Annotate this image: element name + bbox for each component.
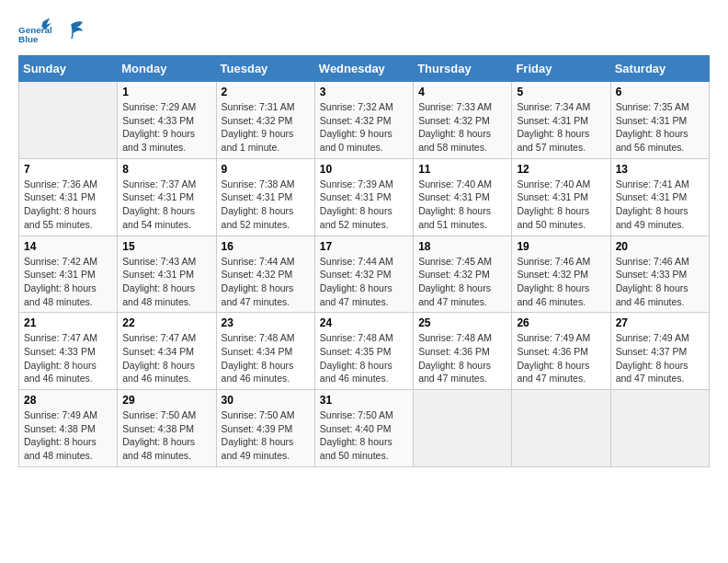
day-info: Sunrise: 7:35 AMSunset: 4:31 PMDaylight:… [616,100,704,155]
day-number: 14 [24,240,112,253]
day-of-week-wednesday: Wednesday [314,56,413,82]
day-info: Sunrise: 7:49 AMSunset: 4:38 PMDaylight:… [24,408,112,463]
calendar-header-row: SundayMondayTuesdayWednesdayThursdayFrid… [19,56,710,82]
day-info: Sunrise: 7:50 AMSunset: 4:40 PMDaylight:… [320,408,408,463]
calendar-cell: 17Sunrise: 7:44 AMSunset: 4:32 PMDayligh… [314,236,413,313]
day-of-week-saturday: Saturday [610,56,709,82]
day-info: Sunrise: 7:40 AMSunset: 4:31 PMDaylight:… [418,178,506,232]
calendar-cell: 19Sunrise: 7:46 AMSunset: 4:32 PMDayligh… [512,236,610,313]
day-of-week-tuesday: Tuesday [216,56,314,82]
calendar-cell: 14Sunrise: 7:42 AMSunset: 4:31 PMDayligh… [19,236,118,313]
day-info: Sunrise: 7:48 AMSunset: 4:36 PMDaylight:… [418,331,506,385]
calendar-cell: 26Sunrise: 7:49 AMSunset: 4:36 PMDayligh… [512,313,610,390]
calendar-cell: 22Sunrise: 7:47 AMSunset: 4:34 PMDayligh… [118,313,216,390]
day-number: 2 [222,86,310,98]
day-number: 18 [418,240,506,253]
calendar-cell: 18Sunrise: 7:45 AMSunset: 4:32 PMDayligh… [414,236,512,313]
calendar-cell: 11Sunrise: 7:40 AMSunset: 4:31 PMDayligh… [414,158,512,236]
week-row-4: 21Sunrise: 7:47 AMSunset: 4:33 PMDayligh… [19,313,710,390]
day-info: Sunrise: 7:44 AMSunset: 4:32 PMDaylight:… [222,255,310,309]
calendar-cell [414,390,512,467]
day-number: 7 [24,163,112,176]
day-of-week-monday: Monday [118,56,216,82]
day-info: Sunrise: 7:37 AMSunset: 4:31 PMDaylight:… [122,178,210,232]
calendar-cell [512,390,610,467]
day-number: 29 [122,394,210,407]
day-number: 10 [320,163,408,176]
day-info: Sunrise: 7:34 AMSunset: 4:31 PMDaylight:… [517,100,605,155]
calendar-cell: 4Sunrise: 7:33 AMSunset: 4:32 PMDaylight… [414,82,512,159]
day-info: Sunrise: 7:29 AMSunset: 4:33 PMDaylight:… [122,100,210,155]
day-of-week-sunday: Sunday [19,56,118,82]
week-row-3: 14Sunrise: 7:42 AMSunset: 4:31 PMDayligh… [19,236,710,313]
day-number: 28 [24,394,112,407]
day-number: 31 [320,394,408,407]
header: General Blue [18,15,710,48]
day-number: 11 [418,163,506,176]
day-number: 13 [616,163,704,176]
day-info: Sunrise: 7:38 AMSunset: 4:31 PMDaylight:… [222,178,310,232]
day-info: Sunrise: 7:44 AMSunset: 4:32 PMDaylight:… [320,255,408,309]
day-info: Sunrise: 7:31 AMSunset: 4:32 PMDaylight:… [222,100,310,155]
day-number: 17 [320,240,408,253]
calendar-cell: 15Sunrise: 7:43 AMSunset: 4:31 PMDayligh… [118,236,216,313]
day-info: Sunrise: 7:33 AMSunset: 4:32 PMDaylight:… [418,100,506,155]
day-number: 25 [418,316,506,329]
day-number: 26 [517,316,605,329]
logo: General Blue [18,15,85,48]
calendar-cell [610,390,709,467]
calendar-cell: 2Sunrise: 7:31 AMSunset: 4:32 PMDaylight… [216,82,314,159]
calendar-cell: 7Sunrise: 7:36 AMSunset: 4:31 PMDaylight… [19,158,118,236]
day-info: Sunrise: 7:46 AMSunset: 4:32 PMDaylight:… [517,255,605,309]
day-info: Sunrise: 7:39 AMSunset: 4:31 PMDaylight:… [320,178,408,232]
calendar-cell: 5Sunrise: 7:34 AMSunset: 4:31 PMDaylight… [512,82,610,159]
day-info: Sunrise: 7:45 AMSunset: 4:32 PMDaylight:… [418,255,506,309]
calendar-cell: 8Sunrise: 7:37 AMSunset: 4:31 PMDaylight… [118,158,216,236]
day-info: Sunrise: 7:50 AMSunset: 4:38 PMDaylight:… [122,408,210,463]
day-number: 16 [222,240,310,253]
day-info: Sunrise: 7:36 AMSunset: 4:31 PMDaylight:… [24,178,112,232]
day-number: 1 [122,86,210,98]
day-number: 19 [517,240,605,253]
week-row-1: 1Sunrise: 7:29 AMSunset: 4:33 PMDaylight… [19,82,710,159]
calendar-cell [19,82,118,159]
day-info: Sunrise: 7:46 AMSunset: 4:33 PMDaylight:… [616,255,704,309]
calendar-cell: 13Sunrise: 7:41 AMSunset: 4:31 PMDayligh… [610,158,709,236]
day-number: 23 [222,316,310,329]
day-info: Sunrise: 7:49 AMSunset: 4:36 PMDaylight:… [517,331,605,385]
day-info: Sunrise: 7:41 AMSunset: 4:31 PMDaylight:… [616,178,704,232]
day-info: Sunrise: 7:47 AMSunset: 4:34 PMDaylight:… [122,331,210,385]
logo-icon: General Blue [18,15,51,48]
day-info: Sunrise: 7:32 AMSunset: 4:32 PMDaylight:… [320,100,408,155]
calendar-cell: 16Sunrise: 7:44 AMSunset: 4:32 PMDayligh… [216,236,314,313]
day-number: 22 [122,316,210,329]
calendar-cell: 31Sunrise: 7:50 AMSunset: 4:40 PMDayligh… [314,390,413,467]
day-number: 5 [517,86,605,98]
day-number: 24 [320,316,408,329]
day-info: Sunrise: 7:48 AMSunset: 4:34 PMDaylight:… [222,331,310,385]
day-number: 27 [616,316,704,329]
calendar-cell: 9Sunrise: 7:38 AMSunset: 4:31 PMDaylight… [216,158,314,236]
day-number: 3 [320,86,408,98]
day-info: Sunrise: 7:50 AMSunset: 4:39 PMDaylight:… [222,408,310,463]
day-info: Sunrise: 7:47 AMSunset: 4:33 PMDaylight:… [24,331,112,385]
day-number: 6 [616,86,704,98]
day-info: Sunrise: 7:49 AMSunset: 4:37 PMDaylight:… [616,331,704,385]
calendar-cell: 23Sunrise: 7:48 AMSunset: 4:34 PMDayligh… [216,313,314,390]
calendar-cell: 28Sunrise: 7:49 AMSunset: 4:38 PMDayligh… [19,390,118,467]
day-number: 8 [122,163,210,176]
calendar-cell: 30Sunrise: 7:50 AMSunset: 4:39 PMDayligh… [216,390,314,467]
calendar-cell: 29Sunrise: 7:50 AMSunset: 4:38 PMDayligh… [118,390,216,467]
day-number: 30 [222,394,310,407]
day-number: 15 [122,240,210,253]
day-of-week-friday: Friday [512,56,610,82]
calendar-cell: 27Sunrise: 7:49 AMSunset: 4:37 PMDayligh… [610,313,709,390]
calendar-cell: 25Sunrise: 7:48 AMSunset: 4:36 PMDayligh… [414,313,512,390]
day-info: Sunrise: 7:48 AMSunset: 4:35 PMDaylight:… [320,331,408,385]
calendar-cell: 10Sunrise: 7:39 AMSunset: 4:31 PMDayligh… [314,158,413,236]
calendar-cell: 1Sunrise: 7:29 AMSunset: 4:33 PMDaylight… [118,82,216,159]
week-row-5: 28Sunrise: 7:49 AMSunset: 4:38 PMDayligh… [19,390,710,467]
day-info: Sunrise: 7:40 AMSunset: 4:31 PMDaylight:… [517,178,605,232]
week-row-2: 7Sunrise: 7:36 AMSunset: 4:31 PMDaylight… [19,158,710,236]
day-number: 9 [222,163,310,176]
